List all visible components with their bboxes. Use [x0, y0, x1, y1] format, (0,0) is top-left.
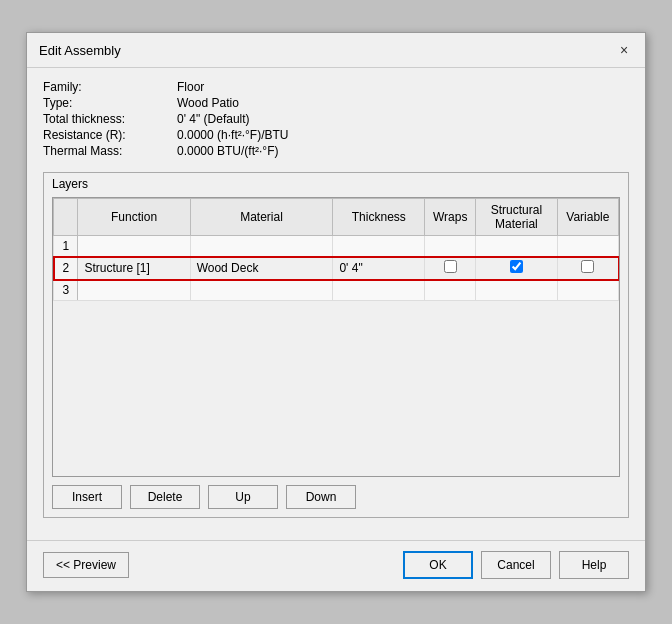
row-function[interactable]: [78, 280, 190, 301]
thermal-value: 0.0000 BTU/(ft²·°F): [177, 144, 629, 158]
row-variable[interactable]: [557, 280, 618, 301]
col-variable: Variable: [557, 199, 618, 236]
thickness-value: 0' 4" (Default): [177, 112, 629, 126]
col-structural: Structural Material: [476, 199, 558, 236]
layers-table: Function Material Thickness Wraps Struct…: [53, 198, 619, 301]
insert-button[interactable]: Insert: [52, 485, 122, 509]
row-number: 3: [54, 280, 78, 301]
thickness-label: Total thickness:: [43, 112, 173, 126]
row-material[interactable]: Wood Deck: [190, 257, 333, 280]
info-section: Family: Floor Type: Wood Patio Total thi…: [43, 80, 629, 158]
dialog-title: Edit Assembly: [39, 43, 121, 58]
title-bar: Edit Assembly ×: [27, 33, 645, 68]
layers-label: Layers: [52, 177, 620, 191]
dialog-body: Family: Floor Type: Wood Patio Total thi…: [27, 68, 645, 540]
row-structural[interactable]: [476, 236, 558, 257]
layers-group: Layers Function Material Thickness Wraps…: [43, 172, 629, 518]
row-material[interactable]: [190, 236, 333, 257]
row-function[interactable]: [78, 236, 190, 257]
ok-cancel-group: OK Cancel Help: [403, 551, 629, 579]
dialog-footer: << Preview OK Cancel Help: [27, 540, 645, 591]
thermal-label: Thermal Mass:: [43, 144, 173, 158]
row-function[interactable]: Structure [1]: [78, 257, 190, 280]
layer-action-buttons: Insert Delete Up Down: [52, 485, 620, 509]
table-row[interactable]: 3: [54, 280, 619, 301]
edit-assembly-dialog: Edit Assembly × Family: Floor Type: Wood…: [26, 32, 646, 592]
down-button[interactable]: Down: [286, 485, 356, 509]
row-structural[interactable]: [476, 257, 558, 280]
row-wraps[interactable]: [425, 280, 476, 301]
row-wraps[interactable]: [425, 236, 476, 257]
row-thickness[interactable]: [333, 280, 425, 301]
resistance-value: 0.0000 (h·ft²·°F)/BTU: [177, 128, 629, 142]
row-structural[interactable]: [476, 280, 558, 301]
family-label: Family:: [43, 80, 173, 94]
ok-button[interactable]: OK: [403, 551, 473, 579]
col-function: Function: [78, 199, 190, 236]
row-number: 2: [54, 257, 78, 280]
type-value: Wood Patio: [177, 96, 629, 110]
close-button[interactable]: ×: [615, 41, 633, 59]
type-label: Type:: [43, 96, 173, 110]
row-material[interactable]: [190, 280, 333, 301]
row-thickness[interactable]: 0' 4": [333, 257, 425, 280]
row-thickness[interactable]: [333, 236, 425, 257]
preview-button[interactable]: << Preview: [43, 552, 129, 578]
layers-table-wrapper: Function Material Thickness Wraps Struct…: [52, 197, 620, 477]
table-row[interactable]: 1: [54, 236, 619, 257]
col-thickness: Thickness: [333, 199, 425, 236]
row-variable[interactable]: [557, 236, 618, 257]
row-variable[interactable]: [557, 257, 618, 280]
row-wraps[interactable]: [425, 257, 476, 280]
row-number: 1: [54, 236, 78, 257]
col-wraps: Wraps: [425, 199, 476, 236]
family-value: Floor: [177, 80, 629, 94]
delete-button[interactable]: Delete: [130, 485, 200, 509]
up-button[interactable]: Up: [208, 485, 278, 509]
table-row[interactable]: 2Structure [1]Wood Deck0' 4": [54, 257, 619, 280]
col-rownum: [54, 199, 78, 236]
resistance-label: Resistance (R):: [43, 128, 173, 142]
cancel-button[interactable]: Cancel: [481, 551, 551, 579]
table-header-row: Function Material Thickness Wraps Struct…: [54, 199, 619, 236]
help-button[interactable]: Help: [559, 551, 629, 579]
col-material: Material: [190, 199, 333, 236]
